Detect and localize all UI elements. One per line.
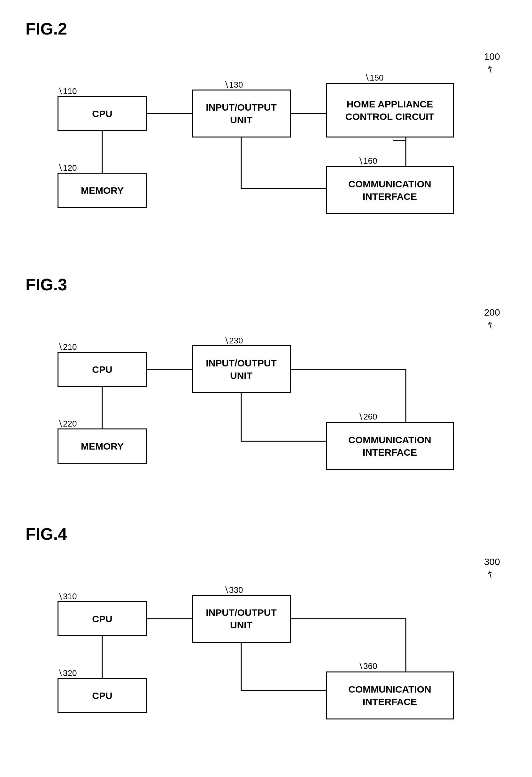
box-220: MEMORY — [57, 429, 147, 464]
box-330: INPUT/OUTPUT UNIT — [192, 595, 291, 643]
ref-310: ∖310 — [57, 591, 77, 601]
box-160: COMMUNICATION INTERFACE — [326, 166, 454, 214]
box-260: COMMUNICATION INTERFACE — [326, 422, 454, 470]
fig4-label: FIG.4 — [25, 524, 507, 544]
ref-220: ∖220 — [57, 419, 77, 429]
box-120: MEMORY — [57, 173, 147, 208]
ref-110: ∖110 — [57, 86, 77, 96]
page: FIG.2 100 ↖ — [0, 0, 532, 777]
fig4-diagram: CPU ∖310 CPU ∖320 INPUT/OUTPUT UNIT ∖330… — [38, 556, 479, 736]
fig4-section: FIG.4 300 ↖ — [25, 524, 507, 748]
ref-260: ∖260 — [358, 412, 377, 422]
ref-160: ∖160 — [358, 156, 377, 166]
fig3-diagram-wrap: 200 ↖ CPU — [25, 307, 507, 499]
fig2-label: FIG.2 — [25, 19, 507, 38]
ref-230: ∖230 — [224, 336, 243, 346]
fig4-diagram-wrap: 300 ↖ CPU — [25, 556, 507, 748]
box-210: CPU — [57, 352, 147, 387]
box-320: CPU — [57, 678, 147, 713]
fig4-system-ref: 300 ↖ — [484, 556, 500, 578]
fig3-system-ref: 200 ↖ — [484, 307, 500, 329]
box-230: INPUT/OUTPUT UNIT — [192, 345, 291, 393]
fig3-label: FIG.3 — [25, 275, 507, 294]
ref-210: ∖210 — [57, 342, 77, 352]
ref-130: ∖130 — [224, 80, 243, 90]
ref-150: ∖150 — [364, 73, 383, 83]
ref-320: ∖320 — [57, 668, 77, 678]
ref-330: ∖330 — [224, 585, 243, 595]
box-130: INPUT/OUTPUT UNIT — [192, 90, 291, 137]
fig2-diagram-wrap: 100 ↖ — [25, 51, 507, 249]
fig2-diagram: CPU ∖110 MEMORY ∖120 INPUT/OUTPUT UNIT ∖… — [38, 51, 479, 237]
fig3-section: FIG.3 200 ↖ — [25, 275, 507, 499]
box-150: HOME APPLIANCE CONTROL CIRCUIT — [326, 83, 454, 137]
box-360: COMMUNICATION INTERFACE — [326, 671, 454, 719]
fig2-section: FIG.2 100 ↖ — [25, 19, 507, 249]
box-110: CPU — [57, 96, 147, 131]
fig3-diagram: CPU ∖210 MEMORY ∖220 INPUT/OUTPUT UNIT ∖… — [38, 307, 479, 486]
ref-360: ∖360 — [358, 661, 377, 671]
fig2-system-ref: 100 ↖ — [484, 51, 500, 73]
ref-120: ∖120 — [57, 163, 77, 173]
box-310: CPU — [57, 601, 147, 636]
